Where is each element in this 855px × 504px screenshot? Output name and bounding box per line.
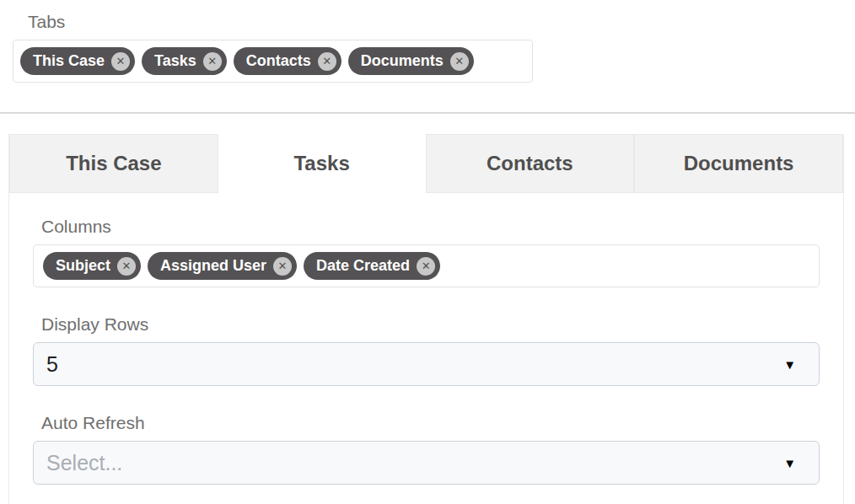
tag-pill: Contacts ✕ (234, 47, 341, 75)
remove-tag-icon[interactable]: ✕ (203, 52, 222, 71)
remove-tag-icon[interactable]: ✕ (273, 257, 292, 276)
tag-pill-label: Tasks (154, 52, 196, 70)
tab-contacts[interactable]: Contacts (426, 134, 635, 193)
tag-pill-label: Assigned User (160, 257, 266, 275)
tag-pill-label: Date Created (316, 257, 410, 275)
tab-tasks[interactable]: Tasks (218, 134, 426, 193)
tag-pill-label: Contacts (246, 52, 311, 70)
auto-refresh-label: Auto Refresh (41, 412, 820, 433)
auto-refresh-select[interactable]: Select... ▼ (33, 441, 820, 485)
auto-refresh-field: Auto Refresh Select... ▼ (33, 412, 820, 485)
tab-this-case[interactable]: This Case (9, 134, 218, 193)
remove-tag-icon[interactable]: ✕ (417, 257, 435, 276)
columns-field-label: Columns (41, 216, 820, 237)
display-rows-value: 5 (46, 352, 58, 377)
display-rows-label: Display Rows (41, 314, 820, 335)
tab-bar: This Case Tasks Contacts Documents (9, 134, 843, 193)
remove-tag-icon[interactable]: ✕ (318, 52, 336, 71)
tabs-tag-input[interactable]: This Case ✕ Tasks ✕ Contacts ✕ Documents… (13, 40, 533, 83)
display-rows-field: Display Rows 5 ▼ (33, 314, 820, 386)
tag-pill: Subject ✕ (43, 252, 141, 280)
tag-pill: Tasks ✕ (142, 47, 227, 75)
tag-pill: Documents ✕ (348, 47, 474, 75)
columns-tag-input[interactable]: Subject ✕ Assigned User ✕ Date Created ✕ (33, 244, 820, 287)
tag-pill: This Case ✕ (20, 47, 135, 75)
tabs-field-label: Tabs (28, 11, 855, 32)
chevron-down-icon: ▼ (783, 456, 796, 470)
remove-tag-icon[interactable]: ✕ (450, 52, 469, 71)
tag-pill: Date Created ✕ (304, 252, 440, 280)
tag-pill-label: This Case (33, 52, 105, 70)
tag-pill-label: Subject (56, 257, 110, 275)
remove-tag-icon[interactable]: ✕ (117, 257, 136, 276)
chevron-down-icon: ▼ (783, 357, 796, 372)
tab-documents[interactable]: Documents (634, 134, 843, 193)
columns-field: Columns Subject ✕ Assigned User ✕ Date C… (33, 216, 820, 287)
remove-tag-icon[interactable]: ✕ (111, 52, 130, 71)
tab-panel-tasks: Columns Subject ✕ Assigned User ✕ Date C… (9, 193, 843, 504)
tag-pill: Assigned User ✕ (148, 252, 297, 280)
section-divider (0, 112, 855, 114)
settings-panel: This Case Tasks Contacts Documents Colum… (8, 134, 844, 504)
tabs-field: Tabs This Case ✕ Tasks ✕ Contacts ✕ Docu… (0, 0, 855, 83)
tag-pill-label: Documents (361, 52, 444, 70)
display-rows-select[interactable]: 5 ▼ (33, 342, 820, 386)
auto-refresh-placeholder: Select... (46, 451, 122, 475)
